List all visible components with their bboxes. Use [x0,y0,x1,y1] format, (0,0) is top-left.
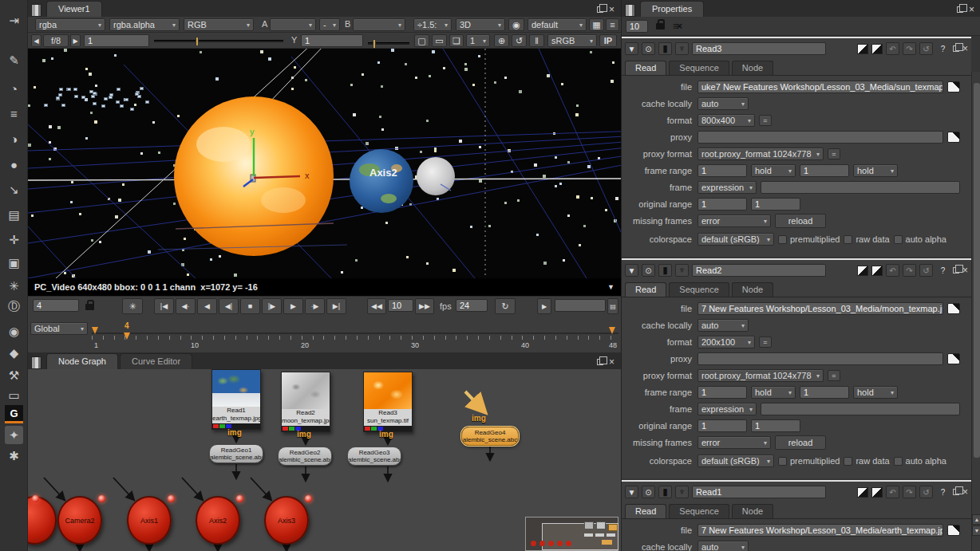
float-panel-icon[interactable] [953,267,959,274]
reload-button[interactable]: reload [775,214,826,228]
file-browse-icon[interactable] [947,303,960,314]
flipbook-button[interactable]: ▶ [537,298,551,314]
format-gate-icon[interactable]: ▦ [589,18,604,31]
node-readgeo2[interactable]: ReadGeo2alembic_scene.abc [278,447,332,466]
frame-increment-input[interactable]: 10 [388,299,413,312]
tab-node[interactable]: Node [732,282,773,297]
buffer-a-dropdown[interactable]: ▾ [270,18,316,31]
particles-icon[interactable]: ✳ [5,277,23,295]
original-first-input[interactable]: 1 [697,419,747,432]
lock-panels-icon[interactable] [656,23,665,30]
properties-scrollbar[interactable]: ▲ ▼ [971,72,980,551]
viewer-3d-viewport[interactable]: y x Axis2 [28,49,621,278]
input-process-button[interactable]: IP [599,34,617,47]
pause-icon[interactable]: ‖ [529,34,544,47]
panel-collapse-icon[interactable]: ▼ [625,264,638,277]
revert-icon[interactable]: ↺ [919,42,933,55]
proxy-input[interactable] [697,352,943,365]
metadata-icon[interactable]: ◆ [5,344,23,362]
frame-range-first-input[interactable]: 1 [697,164,747,177]
auto-alpha-checkbox[interactable] [894,457,903,466]
undo-icon[interactable]: ↶ [886,42,899,55]
frame-range-last-input[interactable]: 1 [800,386,849,399]
color-swatch-button[interactable] [857,487,868,498]
node-color-icon[interactable]: ▮ [658,486,672,498]
settings-gear-icon[interactable]: ⊕ [494,34,509,47]
tab-node-graph[interactable]: Node Graph [46,353,118,369]
revert-icon[interactable]: ↺ [919,486,933,498]
skip-back-button[interactable]: ◀◀ [367,298,386,314]
gl-color-swatch-button[interactable] [871,487,883,498]
furnace-icon[interactable]: ✱ [5,447,23,465]
tab-curve-editor[interactable]: Curve Editor [120,353,192,369]
undo-icon[interactable]: ↶ [886,264,899,277]
stop-button[interactable]: ■ [240,298,260,314]
center-node-icon[interactable]: ⊙ [642,42,655,55]
stereo-views-icon[interactable]: ◉ [508,18,524,31]
float-panel-icon[interactable] [953,45,959,52]
close-panel-icon[interactable]: × [962,488,968,496]
earth-sphere[interactable] [350,149,413,213]
channels-dropdown[interactable]: rgba▾ [35,18,105,31]
tab-read[interactable]: Read [625,61,666,75]
gl-color-swatch-button[interactable] [871,266,883,276]
image-icon[interactable]: ⇥ [5,11,23,30]
proxy-input[interactable] [697,131,943,144]
status-dropdown-icon[interactable]: ▼ [607,283,614,291]
close-panel-icon[interactable]: × [962,45,968,53]
after-dropdown[interactable]: hold▾ [853,164,898,177]
proxy-browse-icon[interactable] [947,353,960,364]
raw-data-checkbox[interactable] [844,235,852,244]
other-icon[interactable]: ⚒ [5,366,23,384]
range-end-marker[interactable] [609,327,615,334]
step-back-button[interactable]: ◀| [219,298,239,314]
frame-range-mode-dropdown[interactable]: Global▾ [30,322,88,335]
auto-alpha-checkbox[interactable] [894,235,903,244]
deep-icon[interactable]: Ⓓ [5,297,23,316]
panel-collapse-icon[interactable]: ▼ [625,42,638,55]
colorspace-dropdown[interactable]: default (sRGB)▾ [697,233,774,246]
graph-minimap[interactable] [525,517,618,551]
proxy-browse-icon[interactable] [947,132,960,143]
frame-range-first-input[interactable]: 1 [697,386,747,399]
node-axis3[interactable]: Axis3 [264,496,309,545]
display-channels-dropdown[interactable]: RGB▾ [184,18,254,31]
downrez-dropdown[interactable]: ÷1.5:▾ [413,18,452,31]
raw-data-checkbox[interactable] [844,457,852,466]
scroll-down-icon[interactable]: ▼ [972,525,980,536]
frame-mode-dropdown[interactable]: expression▾ [697,403,757,415]
stops-next-icon[interactable]: ▶ [70,34,81,47]
redo-icon[interactable]: ↷ [903,264,916,277]
node-readgeo4[interactable]: ReadGeo4alembic_scene.abc [461,427,519,446]
timeline-ruler[interactable]: 1 10 20 30 40 48 4 [92,333,618,352]
toolsets-icon[interactable]: ▭ [5,386,23,404]
fps-input[interactable]: 24 [456,299,488,312]
node-readgeo1[interactable]: ReadGeo1alembic_scene.abc [209,444,263,463]
premultiplied-checkbox[interactable] [778,457,787,466]
goto-start-button[interactable]: |◀ [154,298,174,314]
help-icon[interactable]: ? [936,42,950,55]
close-pane-icon[interactable]: × [609,358,614,366]
node-read3[interactable]: Read3sun_texmap.tif [363,372,413,432]
node-settings-icon[interactable]: ♆ [675,486,689,498]
tab-sequence[interactable]: Sequence [669,282,729,297]
tab-node[interactable]: Node [732,61,773,75]
format-sync-button[interactable]: = [759,337,772,348]
frame-expression-input[interactable] [761,181,960,194]
proxy-format-sync-button[interactable]: = [828,370,840,381]
original-last-input[interactable]: 1 [751,198,800,211]
file-input[interactable]: 7 New Features Workshop/Lesson_03_Media/… [697,524,943,537]
step-forward-button[interactable]: |▶ [262,298,282,314]
float-pane-icon[interactable] [597,6,603,13]
node-axis2[interactable]: Axis2 [196,496,240,545]
view-mode-dropdown[interactable]: 3D▾ [456,18,505,31]
node-name-input[interactable]: Read2 [692,264,826,277]
node-camera2[interactable]: Camera2 [57,496,102,545]
format-dropdown[interactable]: 800x400▾ [697,114,755,127]
undo-icon[interactable]: ↶ [886,486,899,498]
colorspace-dropdown[interactable]: default (sRGB)▾ [697,455,774,467]
filter-icon[interactable]: ● [5,155,23,174]
pane-divider-icon[interactable] [625,4,635,17]
max-panels-input[interactable]: 10 [626,20,648,33]
help-icon[interactable]: ? [936,486,950,498]
